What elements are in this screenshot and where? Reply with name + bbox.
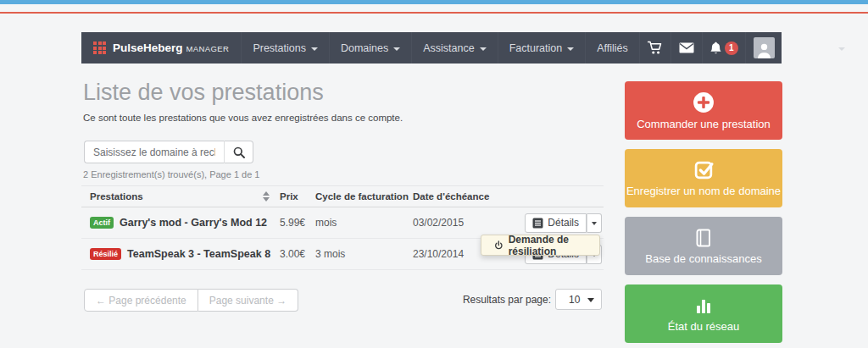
search-group	[84, 141, 253, 163]
details-dropdown-toggle[interactable]	[587, 213, 602, 233]
service-price: 5.99€	[280, 217, 315, 229]
chevron-down-icon	[393, 47, 400, 54]
chevron-down-icon	[311, 47, 318, 54]
cart-icon	[647, 41, 663, 55]
register-domain-button[interactable]: Enregistrer un nom de domaine	[625, 149, 782, 207]
brand-suffix: MANAGER	[186, 44, 230, 53]
chevron-down-icon	[480, 47, 487, 54]
nav-item-prestations[interactable]: Prestations	[241, 32, 329, 64]
bell-icon	[709, 41, 722, 55]
knowledge-base-button[interactable]: Base de connaissances	[625, 217, 782, 275]
user-menu[interactable]	[745, 32, 857, 64]
caret-down-icon	[587, 298, 594, 306]
header-prestations[interactable]: Prestations	[81, 188, 280, 205]
sort-icon[interactable]	[263, 188, 270, 205]
action-sidebar: Commander une prestation Enregistrer un …	[625, 81, 782, 343]
sidebar-button-label: État du réseau	[668, 320, 740, 333]
nav-item-affilies[interactable]: Affiliés	[585, 32, 639, 64]
dropdown-item-label: Demande de résiliation	[509, 234, 599, 257]
details-button[interactable]: Détails	[525, 213, 587, 233]
previous-page-button[interactable]: ← Page précédente	[84, 289, 198, 312]
nav-item-label: Domaines	[341, 42, 388, 54]
pagination: ← Page précédente Page suivante →	[84, 289, 298, 312]
prestations-table: Prestations Prix Cycle de facturation Da…	[81, 185, 604, 270]
page-subtitle: Ce sont toute les prestations que vous a…	[83, 113, 403, 123]
search-icon	[233, 146, 245, 158]
header-date: Date d'échéance	[413, 191, 532, 202]
service-price: 3.00€	[280, 248, 315, 260]
service-cycle: mois	[315, 217, 413, 229]
envelope-icon	[679, 42, 694, 53]
chevron-down-icon	[838, 47, 845, 54]
resiliation-dropdown-item[interactable]: Demande de résiliation	[481, 235, 600, 256]
person-icon	[755, 41, 773, 58]
plus-circle-icon	[693, 91, 715, 113]
messages-button[interactable]	[670, 32, 702, 64]
status-badge: Actif	[90, 217, 114, 229]
bar-chart-icon	[693, 296, 714, 316]
search-button[interactable]	[225, 141, 253, 163]
check-square-icon	[693, 159, 715, 180]
row-actions: Détails	[525, 213, 602, 233]
nav-item-domaines[interactable]: Domaines	[329, 32, 411, 64]
results-info: 2 Enregistrement(s) trouvé(s), Page 1 de…	[83, 169, 259, 180]
nav-item-label: Assistance	[423, 42, 474, 54]
nav-item-label: Prestations	[253, 42, 306, 54]
main-navbar: PulseHeberg MANAGER Prestations Domaines…	[81, 32, 782, 64]
book-icon	[693, 228, 714, 248]
notifications-button[interactable]: 1	[702, 32, 745, 64]
network-status-button[interactable]: État du réseau	[625, 284, 782, 343]
nav-item-assistance[interactable]: Assistance	[411, 32, 497, 64]
user-avatar	[754, 37, 775, 58]
chevron-down-icon	[567, 47, 574, 54]
power-icon	[494, 240, 504, 251]
next-page-button[interactable]: Page suivante →	[198, 289, 298, 312]
navbar-right-icons: 1	[639, 32, 857, 64]
top-red-line	[0, 12, 868, 14]
header-prix: Prix	[280, 191, 315, 202]
cart-button[interactable]	[639, 32, 670, 64]
service-name: Garry's mod - Garry's Mod 12	[120, 217, 267, 229]
search-input[interactable]	[84, 141, 225, 163]
sidebar-button-label: Commander une prestation	[637, 118, 771, 130]
order-prestation-button[interactable]: Commander une prestation	[625, 81, 782, 140]
page: PulseHeberg MANAGER Prestations Domaines…	[0, 0, 868, 348]
header-cycle: Cycle de facturation	[315, 191, 413, 202]
nav-item-facturation[interactable]: Facturation	[498, 32, 586, 64]
sidebar-button-label: Enregistrer un nom de domaine	[626, 185, 781, 197]
brand-name: PulseHeberg	[113, 41, 183, 54]
list-icon	[532, 218, 543, 229]
red-grid-logo-icon	[93, 41, 106, 54]
page-title: Liste de vos prestations	[83, 80, 324, 106]
service-due-date: 03/02/2015	[413, 217, 532, 229]
per-page-value: 10	[569, 294, 580, 306]
nav-item-label: Affiliés	[597, 42, 628, 54]
top-blue-bar	[0, 0, 868, 4]
service-cycle: 3 mois	[315, 248, 413, 260]
status-badge: Résilié	[90, 248, 121, 260]
table-header-row: Prestations Prix Cycle de facturation Da…	[81, 185, 604, 207]
caret-down-icon	[592, 222, 597, 228]
nav-item-label: Facturation	[509, 42, 563, 54]
brand[interactable]: PulseHeberg MANAGER	[81, 32, 241, 64]
sidebar-button-label: Base de connaissances	[645, 252, 761, 265]
per-page-select[interactable]: 10	[555, 289, 602, 310]
service-name: TeamSpeak 3 - TeamSpeak 8	[127, 248, 270, 260]
per-page-label: Resultats par page:	[441, 294, 551, 306]
notification-count-badge: 1	[725, 41, 738, 55]
